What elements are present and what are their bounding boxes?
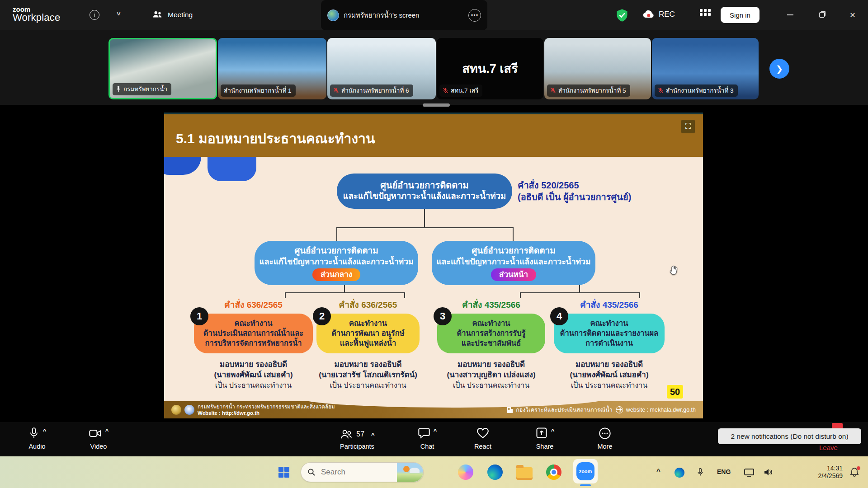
slide-page-number: 50 xyxy=(667,385,683,399)
windows-taskbar: zoom ^ ENG 14:31 2/4/2569 xyxy=(0,456,868,488)
search-weather-image[interactable] xyxy=(397,462,423,482)
leave-button[interactable]: Leave xyxy=(819,444,838,451)
next-participants-button[interactable]: ❯ xyxy=(769,59,789,79)
thumbnail-label: สำนักงานทรัพยากรน้ำที่ 1 xyxy=(221,84,296,97)
footer-left: กรมทรัพยากรน้ำ กระทรวงทรัพยากรธรรมชาติแล… xyxy=(171,404,335,416)
pin-icon xyxy=(116,86,121,92)
connector-line xyxy=(285,292,404,293)
tab-shared-screen[interactable]: กรมทรัพยากรน้ำ's screen ••• xyxy=(321,0,487,30)
start-button[interactable] xyxy=(275,463,293,481)
date-text: 2/4/2569 xyxy=(801,472,843,480)
tray-mic-icon[interactable] xyxy=(696,467,704,478)
building-icon xyxy=(506,406,513,413)
slide-body: ศูนย์อำนวยการติดตาม และแก้ไขปัญหาภาวะน้ำ… xyxy=(164,157,703,418)
restore-button[interactable] xyxy=(813,6,831,24)
video-thumbnail-4[interactable]: สทน.7 เสรี สทน.7 เสรี xyxy=(437,38,543,99)
fullscreen-toggle-icon[interactable]: ⛶ xyxy=(681,120,695,133)
more-ellipsis-icon xyxy=(598,427,612,440)
taskbar-clock[interactable]: 14:31 2/4/2569 xyxy=(801,465,843,480)
tab-meeting[interactable]: Meeting xyxy=(151,9,193,21)
zoom-app-icon: zoom xyxy=(576,462,594,480)
info-icon[interactable]: i xyxy=(90,10,99,20)
meeting-tab-label: Meeting xyxy=(168,11,193,19)
active-app-indicator xyxy=(580,484,591,486)
chat-options-chevron[interactable]: ^ xyxy=(434,427,437,434)
decorative-shape xyxy=(208,157,256,181)
cloud-recording-icon xyxy=(642,9,656,20)
assignment-text-3: มอบหมาย รองอธิบดี (นางสาวบุญธิดา เปล่งแส… xyxy=(437,359,545,390)
chat-button[interactable]: ^ Chat xyxy=(402,427,452,450)
volume-icon[interactable] xyxy=(763,468,773,477)
strip-resize-handle[interactable] xyxy=(423,103,450,107)
connector-line xyxy=(336,227,337,241)
windows-logo-icon xyxy=(278,467,289,478)
order-label-3: คำสั่ง 435/2566 xyxy=(437,298,545,310)
security-shield-icon[interactable] xyxy=(616,9,628,22)
taskbar-search[interactable] xyxy=(301,462,424,482)
connector-line xyxy=(579,285,580,293)
workgroup-number-badge: 1 xyxy=(190,307,208,325)
thumbnail-label: สำนักงานทรัพยากรน้ำที่ 5 xyxy=(547,84,630,97)
taskbar-zoom-icon-active[interactable]: zoom xyxy=(573,459,598,483)
participants-options-chevron[interactable]: ^ xyxy=(371,432,375,438)
close-icon: ✕ xyxy=(849,11,855,19)
sign-in-button[interactable]: Sign in xyxy=(721,7,760,23)
thumbnail-label: สทน.7 เสรี xyxy=(439,84,482,97)
video-button[interactable]: ^ Video xyxy=(77,427,120,450)
language-indicator[interactable]: ENG xyxy=(717,468,731,475)
participants-button[interactable]: 57 ^ Participants xyxy=(321,427,393,450)
notification-bell[interactable] xyxy=(850,467,859,479)
workgroup-box-2: คณะทำงาน ด้านการพัฒนา อนุรักษ์ และฟื้นฟู… xyxy=(316,314,420,354)
minimize-button[interactable] xyxy=(781,6,799,24)
cast-screen-icon[interactable] xyxy=(744,468,754,477)
thumbnail-label: สำนักงานทรัพยากรน้ำที่ 6 xyxy=(330,84,413,97)
shared-screen-slide: 5.1 มอบหมายประธานคณะทำงาน ⛶ ศูนย์อำนวยกา… xyxy=(164,113,703,417)
taskbar-explorer-icon[interactable] xyxy=(515,465,533,483)
hidden-icons-chevron[interactable]: ^ xyxy=(656,467,660,475)
muted-mic-icon xyxy=(550,88,556,94)
shared-screen-tab-label: กรมทรัพยากรน้ำ's screen xyxy=(344,10,419,21)
connector-line xyxy=(344,285,345,293)
assignment-text-1: มอบหมาย รองอธิบดี (นายพงศ์พัฒน์ เสมอคำ) … xyxy=(194,359,313,390)
org-chart-central-box: ศูนย์อำนวยการติดตาม และแก้ไขปัญหาภาวะน้ำ… xyxy=(255,241,418,285)
time-text: 14:31 xyxy=(801,465,843,472)
video-thumbnail-active-speaker[interactable]: กรมทรัพยากรน้ำ xyxy=(108,38,217,99)
tab-more-options-icon[interactable]: ••• xyxy=(468,9,481,22)
hand-cursor xyxy=(669,264,679,275)
more-button[interactable]: More xyxy=(587,427,623,450)
react-button[interactable]: React xyxy=(465,427,501,450)
apps-grid-icon[interactable] xyxy=(700,9,712,21)
video-thumbnail-2[interactable]: สำนักงานทรัพยากรน้ำที่ 1 xyxy=(218,38,326,99)
search-icon xyxy=(307,468,316,476)
taskbar-copilot-icon[interactable] xyxy=(457,463,475,481)
chevron-down-icon[interactable]: ˅ xyxy=(117,10,121,18)
video-options-chevron[interactable]: ^ xyxy=(105,427,109,434)
recording-indicator[interactable]: REC xyxy=(642,9,675,20)
muted-mic-icon xyxy=(333,88,339,94)
video-camera-icon xyxy=(89,427,102,440)
workgroup-number-badge: 4 xyxy=(550,307,568,325)
thumbnail-label: กรมทรัพยากรน้ำ xyxy=(113,83,171,95)
tray-browser-icon[interactable] xyxy=(675,468,684,478)
video-thumbnail-5[interactable]: สำนักงานทรัพยากรน้ำที่ 5 xyxy=(544,38,651,99)
meeting-people-icon xyxy=(151,9,163,21)
audio-options-chevron[interactable]: ^ xyxy=(43,427,47,434)
video-thumbnail-strip: กรมทรัพยากรน้ำ สำนักงานทรัพยากรน้ำที่ 1 … xyxy=(0,30,868,105)
assignment-text-4: มอบหมาย รองอธิบดี (นายพงศ์พัฒน์ เสมอคำ) … xyxy=(554,359,665,390)
taskbar-edge-icon[interactable] xyxy=(486,463,504,481)
workgroup-number-badge: 3 xyxy=(434,307,452,325)
taskbar-chrome-icon[interactable] xyxy=(545,463,563,481)
workgroup-box-4: คณะทำงาน ด้านการติดตามและรายงานผล การดำเ… xyxy=(554,314,665,354)
audio-button[interactable]: ^ Audio xyxy=(17,427,57,450)
share-options-chevron[interactable]: ^ xyxy=(551,427,555,434)
close-button[interactable]: ✕ xyxy=(844,6,862,24)
video-thumbnail-6[interactable]: สำนักงานทรัพยากรน้ำที่ 3 xyxy=(652,38,759,99)
order-label-4: คำสั่ง 435/2566 xyxy=(554,298,665,310)
share-button[interactable]: ^ Share xyxy=(520,427,570,450)
video-thumbnail-3[interactable]: สำนักงานทรัพยากรน้ำที่ 6 xyxy=(327,38,436,99)
slide-footer: กรมทรัพยากรน้ำ กระทรวงทรัพยากรธรรมชาติแล… xyxy=(164,401,703,418)
search-input[interactable] xyxy=(320,467,388,477)
footer-right: กองวิเคราะห์และประเมินสถานการณ์น้ำ websi… xyxy=(506,405,696,414)
order-note: คำสั่ง 520/2565 (อธิบดี เป็น ผู้อำนวยการ… xyxy=(518,179,698,203)
mic-icon xyxy=(28,427,40,440)
